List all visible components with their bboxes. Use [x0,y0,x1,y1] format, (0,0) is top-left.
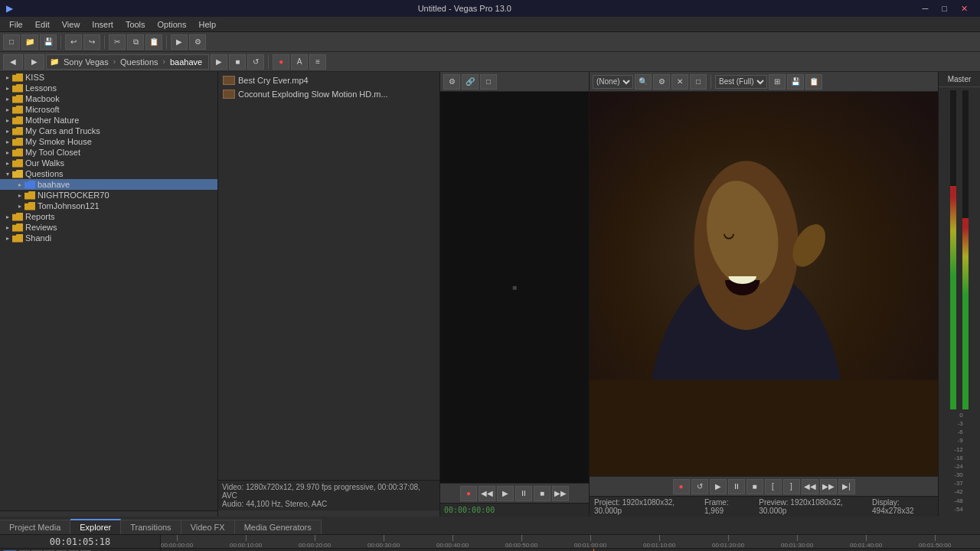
menu-options[interactable]: Options [152,18,193,31]
trim-full-button[interactable]: □ [480,74,497,90]
paste-button[interactable]: 📋 [145,34,162,50]
explorer-item-coconut-ex[interactable]: Coconut Exploding Slow Motion HD.m... [220,87,438,101]
minimize-button[interactable]: ─ [916,2,935,15]
forward-button[interactable]: ▶ [24,54,44,70]
tab-explorer[interactable]: Explorer [70,519,121,534]
tree-item-nightrocker70[interactable]: ▸ NIGHTROCKER70 [0,190,217,201]
tree-item-microsoft[interactable]: ▸ Microsoft [0,104,217,115]
path-part-2[interactable]: Questions [117,57,162,67]
tree-arrow[interactable]: ▸ [3,158,12,168]
maximize-button[interactable]: □ [936,2,953,15]
properties-button[interactable]: ⚙ [189,34,206,50]
tree-arrow[interactable]: ▸ [3,126,12,135]
preview-zoom-button[interactable]: 🔍 [635,74,652,90]
tab-project-media[interactable]: Project Media [0,520,70,534]
prv-play-button[interactable]: ▶ [710,479,727,494]
tree-arrow[interactable]: ▸ [3,105,12,114]
trim-prev-button[interactable]: ◀◀ [479,486,495,501]
prv-in-button[interactable]: [ [765,479,782,494]
copy-button[interactable]: ⧉ [127,34,144,50]
preview-save-button[interactable]: 💾 [787,74,804,90]
tree-arrow[interactable]: ▾ [3,169,12,178]
tree-item-our-walks[interactable]: ▸ Our Walks [0,158,217,168]
stop-button[interactable]: ■ [229,54,246,70]
explorer-scrollbar[interactable] [218,510,439,517]
preview-snap-button[interactable]: ⊞ [769,74,786,90]
menu-help[interactable]: Help [192,18,222,31]
tree-arrow[interactable]: ▸ [3,116,12,125]
prv-prev-button[interactable]: ◀◀ [802,479,818,494]
trim-stop-button[interactable]: ■ [534,486,550,501]
trim-next-button[interactable]: ▶▶ [552,486,569,501]
tree-arrow[interactable]: ▸ [3,212,12,221]
path-part-3[interactable]: baahave [167,57,205,67]
preview-settings-button[interactable]: ⚙ [653,74,670,90]
tree-item-tomjohnson121[interactable]: ▸ TomJohnson121 [0,201,217,211]
cut-button[interactable]: ✂ [109,34,126,50]
prv-stop-button[interactable]: ■ [746,479,763,494]
refresh-button[interactable]: ↺ [247,54,264,70]
trim-pause-button[interactable]: ⏸ [515,486,532,501]
left-scrollbar[interactable] [0,510,217,517]
tree-arrow[interactable]: ▸ [3,223,12,232]
new-button[interactable]: □ [3,34,20,50]
tree-arrow[interactable]: ▸ [3,137,12,146]
tree-item-reviews[interactable]: ▸ Reviews [0,222,217,233]
redo-button[interactable]: ↪ [83,34,100,50]
prv-out-button[interactable]: ] [783,479,800,494]
menu-view[interactable]: View [56,18,87,31]
save-button[interactable]: 💾 [40,34,57,50]
go-button[interactable]: ▶ [211,54,227,70]
tab-video-fx[interactable]: Video FX [181,520,235,534]
trim-settings-button[interactable]: ⚙ [443,74,460,90]
tree-item-macbook[interactable]: ▸ Macbook [0,93,217,104]
tree-arrow[interactable]: ▸ [15,191,24,200]
tree-item-my-tool-closet[interactable]: ▸ My Tool Closet [0,147,217,158]
tree-item-baahave[interactable]: ▸ baahave [0,179,217,190]
tree-item-shandi[interactable]: ▸ Shandi [0,233,217,243]
trim-record-button[interactable]: ● [460,486,477,501]
preview-none-select[interactable]: (None) [593,75,633,89]
auto-button[interactable]: A [291,54,308,70]
tab-transitions[interactable]: Transitions [121,520,181,534]
trim-play-button[interactable]: ▶ [497,486,514,501]
tree-item-my-cars-and-trucks[interactable]: ▸ My Cars and Trucks [0,126,217,136]
tree-arrow[interactable]: ▸ [3,148,12,157]
menu-tools[interactable]: Tools [119,18,152,31]
tree-item-lessons[interactable]: ▸ Lessons [0,83,217,93]
tree-arrow[interactable]: ▸ [3,233,12,243]
tree-item-kiss[interactable]: ▸ KISS [0,72,217,83]
tree-item-mother-nature[interactable]: ▸ Mother Nature [0,115,217,126]
preview-copy-button[interactable]: 📋 [805,74,822,90]
tree-arrow[interactable]: ▸ [15,201,24,210]
tree-arrow[interactable]: ▸ [3,83,12,93]
prv-record-button[interactable]: ● [673,479,690,494]
path-part-1[interactable]: Sony Vegas [60,57,112,67]
menu-file[interactable]: File [3,18,29,31]
tree-item-my-smoke-house[interactable]: ▸ My Smoke House [0,136,217,147]
tree-item-questions[interactable]: ▾ Questions [0,168,217,179]
record-button[interactable]: ● [273,54,289,70]
view-options[interactable]: ≡ [309,54,326,70]
tab-media-generators[interactable]: Media Generators [235,520,322,534]
close-button[interactable]: ✕ [955,2,974,15]
menu-edit[interactable]: Edit [29,18,56,31]
undo-button[interactable]: ↩ [65,34,82,50]
tree-item-reports[interactable]: ▸ Reports [0,211,217,222]
prv-next-button[interactable]: ▶▶ [820,479,837,494]
back-button[interactable]: ◀ [3,54,23,70]
preview-close-button[interactable]: ✕ [671,74,688,90]
tree-arrow[interactable]: ▸ [3,73,12,82]
prv-end-button[interactable]: ▶| [838,479,855,494]
explorer-item-best-cry-e[interactable]: Best Cry Ever.mp4 [220,73,438,87]
trim-link-button[interactable]: 🔗 [462,74,479,90]
preview-quality-select[interactable]: Best (Full) [715,75,767,89]
preview-full-button[interactable]: □ [690,74,707,90]
tree-arrow[interactable]: ▸ [3,94,12,103]
prv-loop-button[interactable]: ↺ [691,479,708,494]
render-button[interactable]: ▶ [171,34,188,50]
tree-arrow[interactable]: ▸ [15,180,24,189]
menu-insert[interactable]: Insert [86,18,119,31]
open-button[interactable]: 📁 [21,34,38,50]
prv-pause-button[interactable]: ⏸ [728,479,745,494]
